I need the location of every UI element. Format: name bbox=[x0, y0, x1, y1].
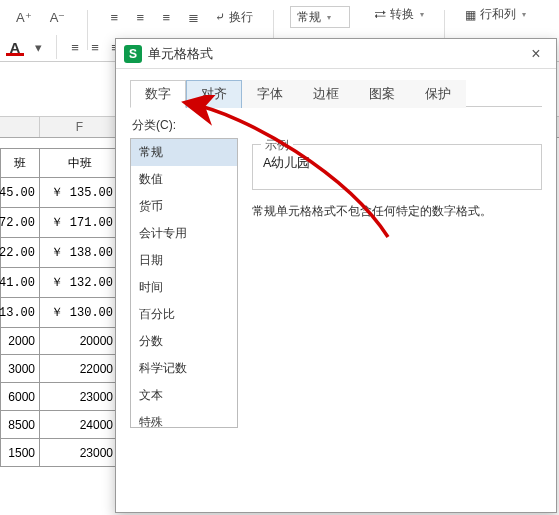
number-format-combo[interactable]: 常规 bbox=[290, 6, 350, 28]
convert-icon: ⮂ bbox=[374, 8, 386, 22]
align-left-button[interactable]: ≡ bbox=[65, 36, 85, 58]
cell[interactable]: 23000 bbox=[40, 439, 120, 467]
tab-字体[interactable]: 字体 bbox=[242, 80, 298, 108]
tab-边框[interactable]: 边框 bbox=[298, 80, 354, 108]
font-color-dropdown[interactable]: ▾ bbox=[28, 36, 48, 58]
align-center-button[interactable]: ≡ bbox=[85, 36, 105, 58]
cell[interactable]: 8500 bbox=[0, 411, 40, 439]
close-icon[interactable]: × bbox=[524, 42, 548, 66]
toolbar-separator bbox=[56, 35, 57, 59]
align-top-button[interactable]: ≡ bbox=[104, 6, 124, 28]
cell[interactable]: ￥ 130.00 bbox=[40, 298, 120, 328]
font-size-increase-button[interactable]: A⁺ bbox=[10, 6, 38, 28]
cell[interactable]: ￥ 132.00 bbox=[40, 268, 120, 298]
font-size-decrease-button[interactable]: A⁻ bbox=[44, 6, 72, 28]
format-description: 常规单元格格式不包含任何特定的数字格式。 bbox=[252, 202, 542, 221]
category-listbox[interactable]: 常规数值货币会计专用日期时间百分比分数科学记数文本特殊自定义 bbox=[130, 138, 238, 428]
cell[interactable]: ￥ 138.00 bbox=[40, 238, 120, 268]
grid-icon: ▦ bbox=[465, 8, 476, 22]
cell[interactable]: ￥ 135.00 bbox=[40, 178, 120, 208]
col-header[interactable]: F bbox=[40, 117, 120, 137]
cell[interactable]: 班 bbox=[0, 148, 40, 178]
category-item[interactable]: 常规 bbox=[131, 139, 237, 166]
cell[interactable]: 22.00 bbox=[0, 238, 40, 268]
cell[interactable]: 24000 bbox=[40, 411, 120, 439]
cell[interactable]: 3000 bbox=[0, 355, 40, 383]
col-header[interactable] bbox=[0, 117, 40, 137]
wrap-icon: ⤶ bbox=[215, 10, 225, 24]
category-item[interactable]: 百分比 bbox=[131, 301, 237, 328]
category-item[interactable]: 特殊 bbox=[131, 409, 237, 428]
category-item[interactable]: 分数 bbox=[131, 328, 237, 355]
cell[interactable]: 中班 bbox=[40, 148, 120, 178]
category-label: 分类(C): bbox=[132, 117, 542, 134]
convert-button[interactable]: ⮂ 转换 bbox=[370, 6, 428, 23]
wrap-text-button[interactable]: ⤶ 换行 bbox=[211, 9, 257, 26]
category-item[interactable]: 科学记数 bbox=[131, 355, 237, 382]
tab-strip: 数字对齐字体边框图案保护 bbox=[130, 79, 542, 107]
category-item[interactable]: 数值 bbox=[131, 166, 237, 193]
cell[interactable]: 45.00 bbox=[0, 178, 40, 208]
cell[interactable]: 20000 bbox=[40, 327, 120, 355]
cell[interactable]: 6000 bbox=[0, 383, 40, 411]
cell[interactable]: 41.00 bbox=[0, 268, 40, 298]
sample-legend: 示例 bbox=[261, 137, 293, 154]
cell[interactable]: 22000 bbox=[40, 355, 120, 383]
category-item[interactable]: 货币 bbox=[131, 193, 237, 220]
color-bar bbox=[6, 53, 24, 56]
cell[interactable]: ￥ 171.00 bbox=[40, 208, 120, 238]
align-justify-button[interactable]: ≣ bbox=[182, 6, 205, 28]
sample-value: A幼儿园 bbox=[263, 155, 531, 172]
align-bottom-button[interactable]: ≡ bbox=[156, 6, 176, 28]
dialog-titlebar[interactable]: S 单元格格式 × bbox=[116, 39, 556, 69]
align-middle-button[interactable]: ≡ bbox=[130, 6, 150, 28]
cell[interactable]: 72.00 bbox=[0, 208, 40, 238]
dialog-title: 单元格格式 bbox=[148, 45, 518, 63]
tab-数字[interactable]: 数字 bbox=[130, 80, 186, 108]
app-icon: S bbox=[124, 45, 142, 63]
cell[interactable]: 2000 bbox=[0, 327, 40, 355]
cell[interactable]: 23000 bbox=[40, 383, 120, 411]
tab-图案[interactable]: 图案 bbox=[354, 80, 410, 108]
cell[interactable]: 13.00 bbox=[0, 298, 40, 328]
font-color-button[interactable]: A bbox=[2, 36, 28, 58]
tab-对齐[interactable]: 对齐 bbox=[186, 80, 242, 108]
category-item[interactable]: 会计专用 bbox=[131, 220, 237, 247]
category-item[interactable]: 文本 bbox=[131, 382, 237, 409]
sample-groupbox: 示例 A幼儿园 bbox=[252, 144, 542, 190]
tab-保护[interactable]: 保护 bbox=[410, 80, 466, 108]
category-item[interactable]: 日期 bbox=[131, 247, 237, 274]
cell[interactable]: 1500 bbox=[0, 439, 40, 467]
category-item[interactable]: 时间 bbox=[131, 274, 237, 301]
cell-format-dialog: S 单元格格式 × 数字对齐字体边框图案保护 分类(C): 常规数值货币会计专用… bbox=[115, 38, 557, 513]
rows-cols-button[interactable]: ▦ 行和列 bbox=[461, 6, 530, 23]
